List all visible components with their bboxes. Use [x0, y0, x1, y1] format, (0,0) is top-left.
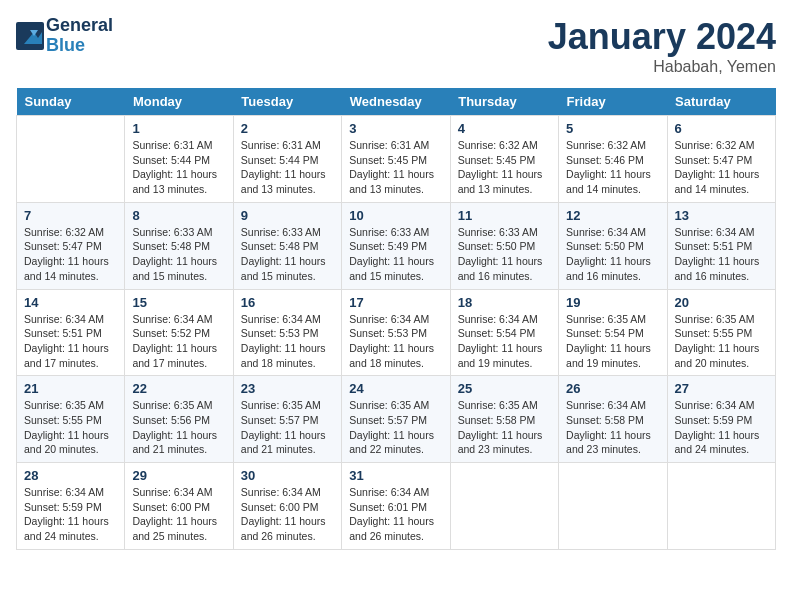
logo-icon [16, 22, 44, 50]
day-info: Sunrise: 6:34 AM Sunset: 5:53 PM Dayligh… [349, 312, 442, 371]
day-number: 15 [132, 295, 225, 310]
day-info: Sunrise: 6:35 AM Sunset: 5:54 PM Dayligh… [566, 312, 659, 371]
calendar-cell: 21Sunrise: 6:35 AM Sunset: 5:55 PM Dayli… [17, 376, 125, 463]
calendar-cell: 1Sunrise: 6:31 AM Sunset: 5:44 PM Daylig… [125, 116, 233, 203]
page-header: General Blue January 2024 Hababah, Yemen [16, 16, 776, 76]
day-info: Sunrise: 6:31 AM Sunset: 5:45 PM Dayligh… [349, 138, 442, 197]
day-number: 13 [675, 208, 768, 223]
calendar-cell: 26Sunrise: 6:34 AM Sunset: 5:58 PM Dayli… [559, 376, 667, 463]
day-info: Sunrise: 6:34 AM Sunset: 6:00 PM Dayligh… [241, 485, 334, 544]
day-info: Sunrise: 6:33 AM Sunset: 5:48 PM Dayligh… [241, 225, 334, 284]
calendar-cell: 25Sunrise: 6:35 AM Sunset: 5:58 PM Dayli… [450, 376, 558, 463]
day-number: 24 [349, 381, 442, 396]
day-number: 9 [241, 208, 334, 223]
calendar-cell [450, 463, 558, 550]
calendar-cell [667, 463, 775, 550]
title-block: January 2024 Hababah, Yemen [548, 16, 776, 76]
day-number: 10 [349, 208, 442, 223]
day-info: Sunrise: 6:34 AM Sunset: 5:54 PM Dayligh… [458, 312, 551, 371]
day-number: 19 [566, 295, 659, 310]
day-info: Sunrise: 6:35 AM Sunset: 5:58 PM Dayligh… [458, 398, 551, 457]
day-number: 16 [241, 295, 334, 310]
day-info: Sunrise: 6:33 AM Sunset: 5:48 PM Dayligh… [132, 225, 225, 284]
month-year: January 2024 [548, 16, 776, 58]
day-number: 30 [241, 468, 334, 483]
calendar-cell: 8Sunrise: 6:33 AM Sunset: 5:48 PM Daylig… [125, 202, 233, 289]
calendar-cell: 5Sunrise: 6:32 AM Sunset: 5:46 PM Daylig… [559, 116, 667, 203]
day-number: 6 [675, 121, 768, 136]
weekday-header-cell: Thursday [450, 88, 558, 116]
calendar-cell: 20Sunrise: 6:35 AM Sunset: 5:55 PM Dayli… [667, 289, 775, 376]
calendar-week-row: 7Sunrise: 6:32 AM Sunset: 5:47 PM Daylig… [17, 202, 776, 289]
day-number: 29 [132, 468, 225, 483]
day-info: Sunrise: 6:32 AM Sunset: 5:47 PM Dayligh… [675, 138, 768, 197]
day-info: Sunrise: 6:34 AM Sunset: 5:59 PM Dayligh… [24, 485, 117, 544]
calendar-cell: 24Sunrise: 6:35 AM Sunset: 5:57 PM Dayli… [342, 376, 450, 463]
day-number: 21 [24, 381, 117, 396]
calendar-cell: 12Sunrise: 6:34 AM Sunset: 5:50 PM Dayli… [559, 202, 667, 289]
day-number: 27 [675, 381, 768, 396]
day-info: Sunrise: 6:34 AM Sunset: 6:01 PM Dayligh… [349, 485, 442, 544]
day-number: 12 [566, 208, 659, 223]
day-info: Sunrise: 6:33 AM Sunset: 5:50 PM Dayligh… [458, 225, 551, 284]
calendar-cell: 30Sunrise: 6:34 AM Sunset: 6:00 PM Dayli… [233, 463, 341, 550]
day-info: Sunrise: 6:35 AM Sunset: 5:56 PM Dayligh… [132, 398, 225, 457]
day-info: Sunrise: 6:31 AM Sunset: 5:44 PM Dayligh… [241, 138, 334, 197]
day-number: 5 [566, 121, 659, 136]
day-number: 7 [24, 208, 117, 223]
calendar-cell: 28Sunrise: 6:34 AM Sunset: 5:59 PM Dayli… [17, 463, 125, 550]
day-info: Sunrise: 6:35 AM Sunset: 5:57 PM Dayligh… [241, 398, 334, 457]
calendar-cell: 22Sunrise: 6:35 AM Sunset: 5:56 PM Dayli… [125, 376, 233, 463]
day-info: Sunrise: 6:32 AM Sunset: 5:45 PM Dayligh… [458, 138, 551, 197]
logo-text: General Blue [46, 16, 113, 56]
weekday-header-cell: Friday [559, 88, 667, 116]
day-info: Sunrise: 6:32 AM Sunset: 5:46 PM Dayligh… [566, 138, 659, 197]
calendar-cell: 10Sunrise: 6:33 AM Sunset: 5:49 PM Dayli… [342, 202, 450, 289]
calendar-cell: 7Sunrise: 6:32 AM Sunset: 5:47 PM Daylig… [17, 202, 125, 289]
day-number: 25 [458, 381, 551, 396]
calendar-cell: 19Sunrise: 6:35 AM Sunset: 5:54 PM Dayli… [559, 289, 667, 376]
day-number: 2 [241, 121, 334, 136]
location: Hababah, Yemen [548, 58, 776, 76]
calendar-cell: 29Sunrise: 6:34 AM Sunset: 6:00 PM Dayli… [125, 463, 233, 550]
day-info: Sunrise: 6:31 AM Sunset: 5:44 PM Dayligh… [132, 138, 225, 197]
weekday-header-cell: Wednesday [342, 88, 450, 116]
day-info: Sunrise: 6:34 AM Sunset: 5:53 PM Dayligh… [241, 312, 334, 371]
calendar-cell: 11Sunrise: 6:33 AM Sunset: 5:50 PM Dayli… [450, 202, 558, 289]
calendar-cell: 4Sunrise: 6:32 AM Sunset: 5:45 PM Daylig… [450, 116, 558, 203]
calendar-cell: 9Sunrise: 6:33 AM Sunset: 5:48 PM Daylig… [233, 202, 341, 289]
day-info: Sunrise: 6:35 AM Sunset: 5:55 PM Dayligh… [675, 312, 768, 371]
day-number: 4 [458, 121, 551, 136]
day-info: Sunrise: 6:34 AM Sunset: 5:50 PM Dayligh… [566, 225, 659, 284]
day-info: Sunrise: 6:34 AM Sunset: 5:58 PM Dayligh… [566, 398, 659, 457]
day-info: Sunrise: 6:34 AM Sunset: 5:51 PM Dayligh… [675, 225, 768, 284]
day-number: 20 [675, 295, 768, 310]
day-info: Sunrise: 6:32 AM Sunset: 5:47 PM Dayligh… [24, 225, 117, 284]
day-number: 14 [24, 295, 117, 310]
day-info: Sunrise: 6:35 AM Sunset: 5:57 PM Dayligh… [349, 398, 442, 457]
calendar-cell [559, 463, 667, 550]
weekday-header-cell: Saturday [667, 88, 775, 116]
calendar-table: SundayMondayTuesdayWednesdayThursdayFrid… [16, 88, 776, 550]
calendar-cell: 31Sunrise: 6:34 AM Sunset: 6:01 PM Dayli… [342, 463, 450, 550]
day-number: 3 [349, 121, 442, 136]
weekday-header-cell: Monday [125, 88, 233, 116]
day-number: 22 [132, 381, 225, 396]
weekday-header-row: SundayMondayTuesdayWednesdayThursdayFrid… [17, 88, 776, 116]
day-number: 18 [458, 295, 551, 310]
day-info: Sunrise: 6:34 AM Sunset: 5:52 PM Dayligh… [132, 312, 225, 371]
calendar-cell: 13Sunrise: 6:34 AM Sunset: 5:51 PM Dayli… [667, 202, 775, 289]
day-number: 31 [349, 468, 442, 483]
day-info: Sunrise: 6:34 AM Sunset: 5:59 PM Dayligh… [675, 398, 768, 457]
calendar-cell: 18Sunrise: 6:34 AM Sunset: 5:54 PM Dayli… [450, 289, 558, 376]
calendar-cell: 2Sunrise: 6:31 AM Sunset: 5:44 PM Daylig… [233, 116, 341, 203]
day-number: 28 [24, 468, 117, 483]
calendar-cell: 17Sunrise: 6:34 AM Sunset: 5:53 PM Dayli… [342, 289, 450, 376]
day-number: 17 [349, 295, 442, 310]
calendar-week-row: 14Sunrise: 6:34 AM Sunset: 5:51 PM Dayli… [17, 289, 776, 376]
calendar-cell: 27Sunrise: 6:34 AM Sunset: 5:59 PM Dayli… [667, 376, 775, 463]
calendar-cell: 23Sunrise: 6:35 AM Sunset: 5:57 PM Dayli… [233, 376, 341, 463]
calendar-cell: 3Sunrise: 6:31 AM Sunset: 5:45 PM Daylig… [342, 116, 450, 203]
calendar-cell: 16Sunrise: 6:34 AM Sunset: 5:53 PM Dayli… [233, 289, 341, 376]
day-number: 11 [458, 208, 551, 223]
